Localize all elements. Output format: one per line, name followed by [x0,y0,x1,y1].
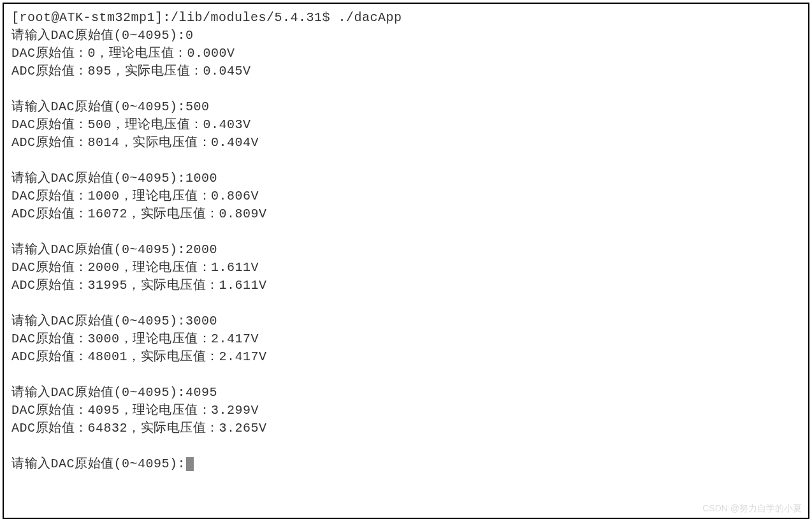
input-prompt-line: 请输入DAC原始值(0~4095):0 [11,27,801,45]
adc-output-line: ADC原始值：16072，实际电压值：0.809V [11,205,801,223]
dac-output-line: DAC原始值：500，理论电压值：0.403V [11,116,801,134]
dac-output-line: DAC原始值：2000，理论电压值：1.611V [11,259,801,277]
current-input-prompt[interactable]: 请输入DAC原始值(0~4095): [11,455,801,473]
adc-output-line: ADC原始值：48001，实际电压值：2.417V [11,348,801,366]
input-prompt-line: 请输入DAC原始值(0~4095):2000 [11,241,801,259]
final-prompt-text: 请输入DAC原始值(0~4095): [11,457,185,471]
adc-output-line: ADC原始值：8014，实际电压值：0.404V [11,134,801,152]
watermark-text: CSDN @努力自学的小夏 [702,502,802,515]
input-prompt-line: 请输入DAC原始值(0~4095):500 [11,98,801,116]
dac-output-line: DAC原始值：3000，理论电压值：2.417V [11,330,801,348]
adc-output-line: ADC原始值：31995，实际电压值：1.611V [11,277,801,295]
blank-line [11,80,801,98]
dac-output-line: DAC原始值：1000，理论电压值：0.806V [11,187,801,205]
cursor-icon [186,457,194,471]
blank-line [11,437,801,455]
input-prompt-line: 请输入DAC原始值(0~4095):4095 [11,384,801,402]
shell-prompt-line: [root@ATK-stm32mp1]:/lib/modules/5.4.31$… [11,9,801,27]
blank-line [11,295,801,312]
blank-line [11,223,801,241]
blank-line [11,366,801,384]
adc-output-line: ADC原始值：895，实际电压值：0.045V [11,62,801,80]
dac-output-line: DAC原始值：0，理论电压值：0.000V [11,45,801,62]
input-prompt-line: 请输入DAC原始值(0~4095):3000 [11,312,801,330]
input-prompt-line: 请输入DAC原始值(0~4095):1000 [11,170,801,187]
terminal-window: [root@ATK-stm32mp1]:/lib/modules/5.4.31$… [3,3,809,519]
adc-output-line: ADC原始值：64832，实际电压值：3.265V [11,420,801,437]
dac-output-line: DAC原始值：4095，理论电压值：3.299V [11,402,801,420]
blank-line [11,152,801,170]
